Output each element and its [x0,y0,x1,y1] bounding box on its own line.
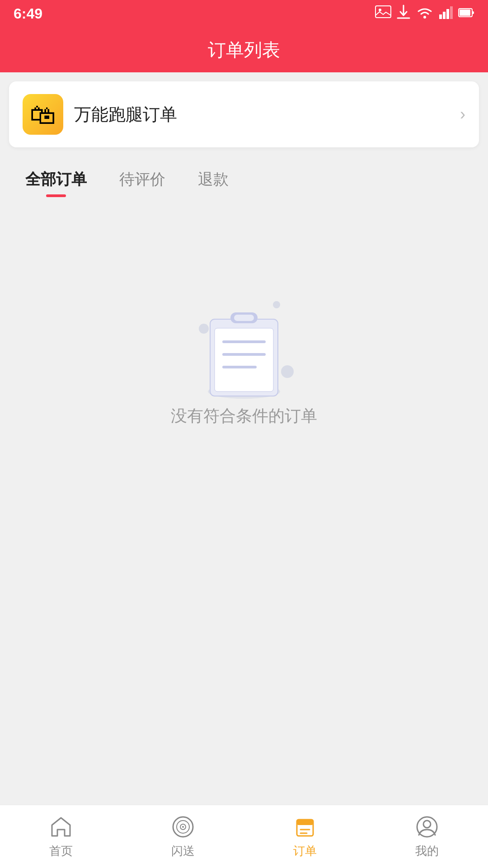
nav-item-home[interactable]: 首页 [48,814,74,859]
svg-rect-4 [439,14,442,19]
download-icon [397,5,410,23]
flash-icon [170,814,196,840]
image-icon [375,5,391,22]
decorative-dot-3 [281,365,294,378]
banner-card[interactable]: 万能跑腿订单 › [9,81,479,147]
main-content: 万能跑腿订单 › 全部订单 待评价 退款 [0,72,488,805]
tab-refund[interactable]: 退款 [182,156,245,197]
bottom-nav: 首页 闪送 订单 [0,805,488,868]
svg-rect-25 [297,820,313,825]
nav-label-home: 首页 [49,843,73,859]
svg-point-1 [379,9,381,11]
empty-illustration [185,288,303,405]
svg-rect-19 [58,830,64,836]
status-bar: 6:49 [0,0,488,27]
page-title: 订单列表 [208,38,280,62]
nav-item-mine[interactable]: 我的 [414,814,440,859]
svg-rect-5 [443,12,446,19]
orders-icon [292,814,318,840]
svg-rect-7 [450,6,453,19]
banner-left: 万能跑腿订单 [23,94,177,135]
svg-point-3 [423,16,426,19]
battery-icon [458,7,474,20]
status-time: 6:49 [14,5,42,22]
nav-label-orders: 订单 [293,843,317,859]
svg-point-29 [423,821,431,828]
wifi-icon [416,6,434,21]
nav-label-mine: 我的 [415,843,439,859]
status-icons [375,5,474,23]
decorative-dot-2 [273,301,280,308]
nav-label-flash: 闪送 [171,843,195,859]
banner-title: 万能跑腿订单 [74,103,177,126]
bag-icon [23,94,63,135]
svg-rect-15 [234,315,254,321]
svg-rect-13 [215,328,273,392]
svg-point-23 [182,826,184,828]
svg-rect-0 [375,6,391,18]
tab-all[interactable]: 全部订单 [9,156,103,197]
empty-state: 没有符合条件的订单 [0,197,488,472]
nav-item-orders[interactable]: 订单 [292,814,318,859]
clipboard-svg [185,288,303,405]
tabs-container: 全部订单 待评价 退款 [0,156,488,197]
home-icon [48,814,74,840]
mine-icon [414,814,440,840]
empty-message: 没有符合条件的订单 [171,405,317,427]
svg-rect-9 [460,9,470,16]
tab-pending[interactable]: 待评价 [103,156,182,197]
signal-icon [439,6,453,21]
svg-rect-6 [446,9,449,19]
nav-item-flash[interactable]: 闪送 [170,814,196,859]
decorative-dot-1 [199,324,209,334]
svg-rect-10 [472,11,474,14]
banner-arrow: › [460,105,465,124]
page-header: 订单列表 [0,27,488,72]
